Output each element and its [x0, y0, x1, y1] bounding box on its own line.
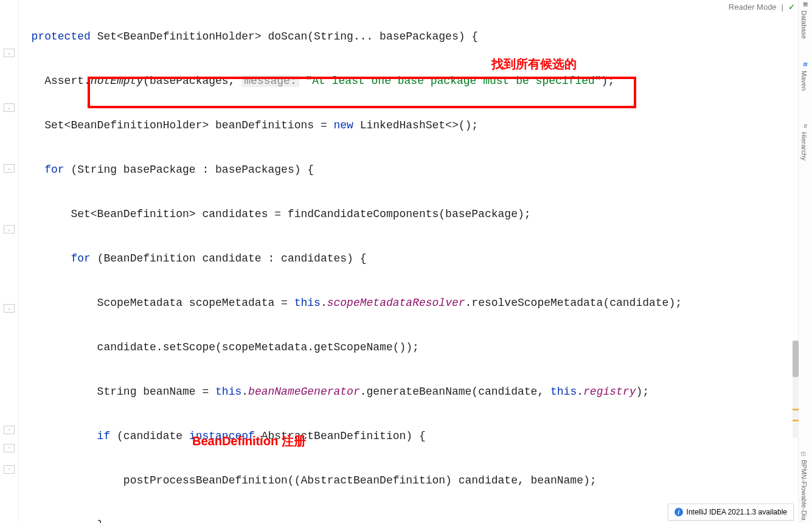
fold-marker-icon[interactable]: –: [4, 465, 15, 474]
fold-marker-icon[interactable]: ⌄: [4, 225, 15, 234]
code-line[interactable]: candidate.setScope(scopeMetadata.getScop…: [18, 338, 797, 358]
parameter-hint: message:: [241, 75, 299, 87]
code-line[interactable]: postProcessBeanDefinition((AbstractBeanD…: [18, 471, 797, 491]
scrollbar-mark-icon: [793, 420, 799, 421]
code-line[interactable]: ScopeMetadata scopeMetadata = this.scope…: [18, 293, 797, 313]
string-literal: "At least one base package must be speci…: [306, 75, 602, 87]
inspection-check-icon[interactable]: ✓: [788, 2, 795, 12]
code-line[interactable]: if (candidate instanceof AbstractBeanDef…: [18, 426, 797, 446]
code-line[interactable]: for (BeanDefinition candidate : candidat…: [18, 249, 797, 269]
code-line[interactable]: protected Set<BeanDefinitionHolder> doSc…: [18, 27, 797, 47]
update-text: IntelliJ IDEA 2021.1.3 available: [687, 508, 787, 516]
bpmn-tool-icon[interactable]: ◫: [799, 449, 808, 457]
fold-marker-icon[interactable]: ⌄: [4, 304, 15, 313]
code-editor[interactable]: protected Set<BeanDefinitionHolder> doSc…: [18, 2, 797, 523]
fold-marker-icon[interactable]: ⌄: [4, 49, 15, 57]
maven-tool-icon[interactable]: m: [799, 61, 812, 68]
separator: |: [782, 2, 783, 12]
scrollbar-thumb[interactable]: [793, 341, 799, 377]
code-line[interactable]: Set<BeanDefinition> candidates = findCan…: [18, 204, 797, 224]
code-line[interactable]: for (String basePackage : basePackages) …: [18, 160, 797, 180]
keyword-protected: protected: [32, 30, 91, 43]
fold-marker-icon[interactable]: –: [4, 426, 15, 434]
tool-window-rail: ▦ Database m Maven ⇵ Hierarchy ◫ BPMN-Fl…: [798, 0, 812, 523]
code-line[interactable]: Set<BeanDefinitionHolder> beanDefinition…: [18, 116, 797, 136]
scrollbar-mark-icon: [793, 409, 799, 410]
database-tool-label[interactable]: Database: [800, 10, 808, 39]
info-icon: i: [675, 508, 683, 516]
maven-tool-label[interactable]: Maven: [800, 71, 808, 91]
reader-mode-toggle[interactable]: Reader Mode | ✓: [729, 2, 795, 12]
fold-marker-icon[interactable]: ⌄: [4, 164, 15, 173]
hierarchy-tool-label[interactable]: Hierarchy: [800, 132, 808, 161]
code-line[interactable]: String beanName = this.beanNameGenerator…: [18, 382, 797, 402]
fold-marker-icon[interactable]: –: [4, 444, 15, 452]
editor-gutter[interactable]: ⌄ ⌄ ⌄ ⌄ ⌄ – – –: [0, 0, 19, 523]
fold-marker-icon[interactable]: ⌄: [4, 103, 15, 112]
bpmn-tool-label[interactable]: BPMN-Flowable-Dia: [800, 460, 808, 521]
reader-mode-label: Reader Mode: [729, 2, 777, 12]
hierarchy-tool-icon[interactable]: ⇵: [799, 122, 812, 130]
update-notification[interactable]: i IntelliJ IDEA 2021.1.3 available: [668, 504, 794, 521]
code-line[interactable]: Assert.notEmpty(basePackages, message: "…: [18, 71, 797, 91]
database-tool-icon[interactable]: ▦: [799, 0, 812, 8]
